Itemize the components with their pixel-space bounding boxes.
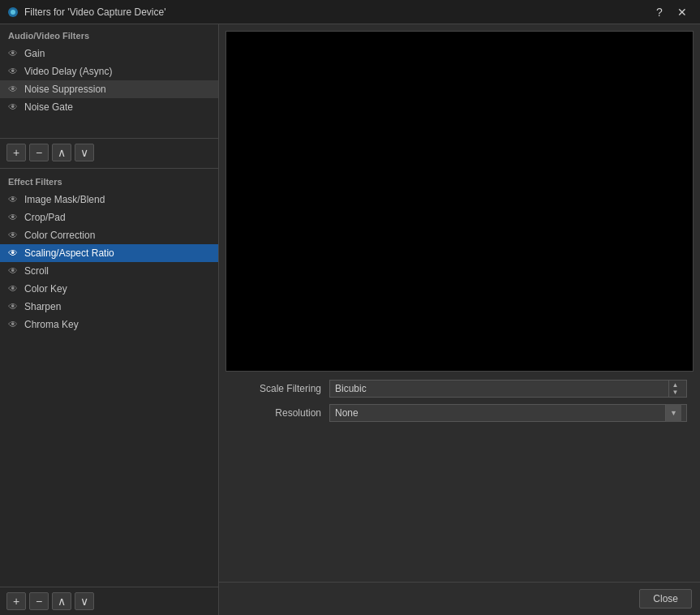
- properties-area: Scale Filtering Bicubic ▲ ▼ Resolution: [219, 372, 700, 582]
- effect-filter-list: 👁 Image Mask/Blend 👁 Crop/Pad 👁 Color Co…: [0, 191, 218, 333]
- audio-remove-button[interactable]: −: [29, 144, 49, 161]
- eye-icon[interactable]: 👁: [8, 230, 18, 241]
- eye-icon[interactable]: 👁: [8, 319, 18, 330]
- eye-icon[interactable]: 👁: [8, 101, 18, 113]
- audio-filter-noise-suppression[interactable]: 👁 Noise Suppression: [0, 80, 218, 98]
- effect-filter-color-correction-label: Color Correction: [24, 230, 95, 241]
- effect-filter-color-key[interactable]: 👁 Color Key: [0, 280, 218, 298]
- scale-filtering-value: Bicubic: [335, 383, 668, 394]
- audio-filter-list: 👁 Gain 👁 Video Delay (Async) 👁 Noise Sup…: [0, 45, 218, 116]
- audio-filter-gain-label: Gain: [24, 48, 45, 59]
- resolution-combo[interactable]: None ▼: [329, 404, 687, 422]
- scale-filtering-label: Scale Filtering: [232, 383, 321, 394]
- audio-add-button[interactable]: +: [6, 144, 26, 161]
- audio-toolbar: + − ∧ ∨: [0, 138, 218, 166]
- scale-filtering-combo[interactable]: Bicubic ▲ ▼: [329, 380, 687, 398]
- resolution-control: None ▼: [329, 404, 687, 422]
- audio-move-down-button[interactable]: ∨: [75, 144, 94, 161]
- audio-filter-noise-suppression-label: Noise Suppression: [24, 84, 106, 95]
- resolution-label: Resolution: [232, 407, 321, 419]
- section-divider: [0, 168, 218, 169]
- effect-filter-scaling-aspect[interactable]: 👁 Scaling/Aspect Ratio: [0, 244, 218, 262]
- spinner-down-icon[interactable]: ▼: [672, 389, 679, 396]
- effect-filter-crop-pad-label: Crop/Pad: [24, 212, 66, 223]
- effect-filter-color-correction[interactable]: 👁 Color Correction: [0, 226, 218, 244]
- effect-filter-sharpen[interactable]: 👁 Sharpen: [0, 298, 218, 316]
- window-title: Filters for 'Video Capture Device': [24, 6, 648, 18]
- effect-filter-scaling-aspect-label: Scaling/Aspect Ratio: [24, 247, 114, 259]
- effect-filter-chroma-key[interactable]: 👁 Chroma Key: [0, 316, 218, 333]
- audio-filter-noise-gate-label: Noise Gate: [24, 101, 73, 113]
- titlebar: Filters for 'Video Capture Device' ? ✕: [0, 0, 700, 24]
- left-panel: Audio/Video Filters 👁 Gain 👁 Video Delay…: [0, 24, 219, 615]
- effect-move-up-button[interactable]: ∧: [52, 592, 71, 610]
- eye-icon[interactable]: 👁: [8, 194, 18, 205]
- effect-remove-button[interactable]: −: [29, 592, 49, 610]
- eye-icon[interactable]: 👁: [8, 301, 18, 312]
- effect-add-button[interactable]: +: [6, 592, 26, 610]
- effect-filter-list-container: 👁 Image Mask/Blend 👁 Crop/Pad 👁 Color Co…: [0, 191, 218, 587]
- effect-filter-sharpen-label: Sharpen: [24, 301, 61, 312]
- effect-filter-image-mask[interactable]: 👁 Image Mask/Blend: [0, 191, 218, 209]
- effect-section: Effect Filters 👁 Image Mask/Blend 👁 Crop…: [0, 170, 218, 615]
- effect-filter-crop-pad[interactable]: 👁 Crop/Pad: [0, 209, 218, 226]
- scale-filtering-control: Bicubic ▲ ▼: [329, 380, 687, 398]
- eye-icon[interactable]: 👁: [8, 265, 18, 277]
- audio-filter-video-delay[interactable]: 👁 Video Delay (Async): [0, 62, 218, 80]
- eye-icon[interactable]: 👁: [8, 212, 18, 223]
- right-panel: Scale Filtering Bicubic ▲ ▼ Resolution: [219, 24, 700, 615]
- eye-icon[interactable]: 👁: [8, 247, 18, 259]
- effect-filter-scroll-label: Scroll: [24, 265, 49, 277]
- eye-icon[interactable]: 👁: [8, 84, 18, 95]
- audio-filter-video-delay-label: Video Delay (Async): [24, 66, 113, 77]
- audio-section-label: Audio/Video Filters: [0, 24, 218, 45]
- audio-filter-list-container: 👁 Gain 👁 Video Delay (Async) 👁 Noise Sup…: [0, 45, 218, 138]
- resolution-value: None: [335, 407, 665, 419]
- help-button[interactable]: ?: [648, 1, 671, 24]
- audio-filter-noise-gate[interactable]: 👁 Noise Gate: [0, 98, 218, 116]
- effect-filter-chroma-key-label: Chroma Key: [24, 319, 79, 330]
- eye-icon[interactable]: 👁: [8, 48, 18, 59]
- effect-toolbar: + − ∧ ∨: [0, 587, 218, 615]
- close-button[interactable]: Close: [639, 589, 692, 609]
- resolution-row: Resolution None ▼: [232, 404, 687, 422]
- app-icon: [6, 6, 19, 19]
- preview-area: [225, 31, 694, 372]
- effect-filter-image-mask-label: Image Mask/Blend: [24, 194, 105, 205]
- effect-section-label: Effect Filters: [0, 170, 218, 191]
- audio-section: Audio/Video Filters 👁 Gain 👁 Video Delay…: [0, 24, 218, 166]
- eye-icon[interactable]: 👁: [8, 66, 18, 77]
- effect-filter-scroll[interactable]: 👁 Scroll: [0, 262, 218, 280]
- resolution-dropdown-arrow[interactable]: ▼: [665, 404, 681, 422]
- main-container: Audio/Video Filters 👁 Gain 👁 Video Delay…: [0, 24, 700, 615]
- effect-filter-color-key-label: Color Key: [24, 283, 67, 295]
- bottom-bar: Close: [219, 582, 700, 615]
- effect-move-down-button[interactable]: ∨: [75, 592, 94, 610]
- spinner-up-icon[interactable]: ▲: [672, 381, 679, 389]
- svg-point-1: [11, 10, 15, 15]
- scale-filtering-row: Scale Filtering Bicubic ▲ ▼: [232, 380, 687, 398]
- eye-icon[interactable]: 👁: [8, 283, 18, 295]
- scale-filtering-spinner[interactable]: ▲ ▼: [668, 380, 681, 398]
- window-close-button[interactable]: ✕: [671, 1, 694, 24]
- audio-filter-gain[interactable]: 👁 Gain: [0, 45, 218, 62]
- audio-move-up-button[interactable]: ∧: [52, 144, 71, 161]
